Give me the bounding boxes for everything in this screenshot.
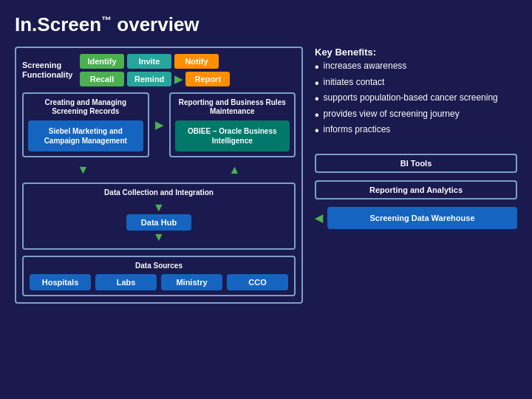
screening-dw-row: ◀ Screening Data Warehouse bbox=[315, 207, 517, 229]
benefit-text-4: provides view of screening journey bbox=[324, 109, 460, 120]
reporting-box: Reporting and Business Rules Maintenance… bbox=[169, 92, 296, 157]
data-hub-pill: Data Hub bbox=[126, 214, 191, 231]
page-title: In.Screen™ overview bbox=[15, 13, 517, 36]
arrow-down-icon-3: ▼ bbox=[153, 201, 165, 214]
data-hub-row: Data Hub bbox=[30, 214, 288, 231]
hospitals-pill: Hospitals bbox=[30, 274, 91, 290]
invite-pill: Invite bbox=[127, 54, 171, 69]
recall-pill: Recall bbox=[80, 72, 124, 86]
identify-pill: Identify bbox=[80, 54, 124, 69]
left-arrow-icon: ◀ bbox=[315, 212, 323, 224]
arrows-down-row: ▼ ▲ bbox=[22, 163, 296, 177]
bullet-5: • bbox=[315, 124, 319, 137]
left-side: Screening Functionality Identify Invite … bbox=[15, 47, 303, 389]
siebel-box: Siebel Marketing and Campaign Management bbox=[28, 120, 143, 151]
obiee-box: OBIEE – Oracle Business Intelligence bbox=[175, 120, 290, 151]
reporting-title: Reporting and Business Rules Maintenance bbox=[175, 98, 290, 116]
creating-box: Creating and Managing Screening Records … bbox=[22, 92, 149, 157]
mid-arrow-right-icon: ▶ bbox=[155, 119, 163, 131]
report-pill: Report bbox=[185, 72, 230, 86]
labs-pill: Labs bbox=[95, 274, 157, 290]
reporting-analytics-box: Reporting and Analytics bbox=[315, 180, 517, 200]
data-collection-box: Data Collection and Integration ▼ Data H… bbox=[22, 183, 296, 250]
screening-functionality-row: Screening Functionality Identify Invite … bbox=[22, 54, 296, 86]
benefit-5: • informs practices bbox=[315, 124, 517, 137]
title-tm: ™ bbox=[101, 14, 112, 26]
content-area: Screening Functionality Identify Invite … bbox=[15, 47, 517, 389]
bullet-3: • bbox=[315, 92, 319, 106]
benefit-1: • increases awareness bbox=[315, 61, 517, 74]
bullet-1: • bbox=[315, 61, 319, 74]
screening-dw-box: Screening Data Warehouse bbox=[327, 207, 517, 229]
remind-pill: Remind bbox=[127, 72, 171, 86]
bullet-2: • bbox=[315, 77, 319, 90]
screening-label: Screening Functionality bbox=[22, 61, 74, 80]
arrow-down-icon-4: ▼ bbox=[153, 231, 165, 244]
key-benefits-title: Key Benefits: bbox=[315, 47, 517, 58]
page: In.Screen™ overview Screening Functional… bbox=[0, 0, 532, 399]
arrow-down-4: ▼ bbox=[30, 231, 288, 244]
key-benefits-section: Key Benefits: • increases awareness • in… bbox=[315, 47, 517, 140]
arrow-down-1: ▼ bbox=[78, 163, 89, 177]
right-side: Key Benefits: • increases awareness • in… bbox=[315, 47, 517, 389]
benefit-4: • provides view of screening journey bbox=[315, 109, 517, 122]
benefit-3: • supports population-based cancer scree… bbox=[315, 92, 517, 106]
main-diagram-box: Screening Functionality Identify Invite … bbox=[15, 47, 303, 304]
title-main: In.Screen bbox=[15, 13, 101, 35]
notify-pill: Notify bbox=[174, 54, 219, 69]
benefit-text-2: initiates contact bbox=[324, 77, 385, 89]
arrow-right-icon: ▶ bbox=[174, 73, 183, 85]
data-sources-box: Data Sources Hospitals Labs Ministry CCO bbox=[22, 256, 296, 296]
bi-tools-box: BI Tools bbox=[315, 154, 517, 173]
data-sources-title: Data Sources bbox=[30, 262, 288, 270]
pills-col: Identify Invite Notify Recall Remind ▶ R… bbox=[80, 54, 296, 86]
sources-row: Hospitals Labs Ministry CCO bbox=[30, 274, 288, 290]
mid-row: Creating and Managing Screening Records … bbox=[22, 92, 296, 157]
benefit-text-3: supports population-based cancer screeni… bbox=[324, 92, 498, 104]
pills-row-1: Identify Invite Notify bbox=[80, 54, 296, 69]
title-sub: overview bbox=[117, 13, 199, 35]
ministry-pill: Ministry bbox=[161, 274, 222, 290]
creating-title: Creating and Managing Screening Records bbox=[28, 98, 143, 116]
pills-row-2: Recall Remind ▶ Report bbox=[80, 72, 296, 86]
benefit-2: • initiates contact bbox=[315, 77, 517, 90]
benefit-text-1: increases awareness bbox=[324, 61, 407, 72]
data-collection-title: Data Collection and Integration bbox=[30, 188, 288, 197]
arrow-down-2: ▲ bbox=[229, 163, 241, 177]
benefit-text-5: informs practices bbox=[324, 124, 391, 136]
bullet-4: • bbox=[315, 109, 319, 122]
cco-pill: CCO bbox=[227, 274, 288, 290]
arrow-down-3: ▼ bbox=[30, 201, 288, 214]
